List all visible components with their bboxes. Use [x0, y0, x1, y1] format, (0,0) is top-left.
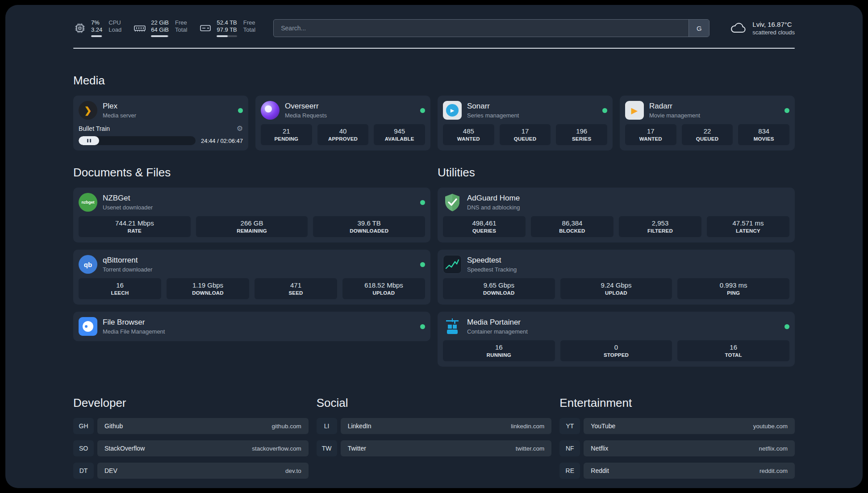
card-info: Sonarr Series management [467, 101, 519, 119]
filebrowser-icon [79, 317, 97, 336]
stat-value: 16 [80, 281, 159, 289]
weather-widget[interactable]: Lviv, 16.87°C scattered clouds [729, 21, 795, 36]
disk-total-value: 97.9 TB [217, 26, 237, 33]
app-card-speedtest[interactable]: Speedtest Speedtest Tracking 9.65 Gbps D… [438, 250, 795, 305]
ram-progress-bar [151, 35, 169, 37]
weather-location: Lviv, 16.87°C [752, 21, 795, 28]
app-card-radarr[interactable]: ▶ Radarr Movie management 17 WANTED 22 Q… [620, 96, 795, 150]
header-divider [73, 48, 795, 49]
stat-value: 498,461 [445, 219, 524, 227]
search-input[interactable] [274, 20, 689, 37]
bookmark-abbr: TW [317, 440, 337, 456]
app-name: qBittorrent [103, 255, 152, 265]
stats-row: 17 WANTED 22 QUEUED 834 MOVIES [625, 124, 789, 145]
radarr-icon: ▶ [625, 101, 644, 120]
settings-icon[interactable]: ⚙ [237, 124, 243, 133]
cloud-icon [729, 21, 747, 35]
card-info: qBittorrent Torrent downloader [103, 255, 152, 273]
stat-value: 9.65 Gbps [445, 281, 553, 289]
status-dot [420, 262, 425, 267]
app-card-overseerr[interactable]: Overseerr Media Requests 21 PENDING 40 A… [255, 96, 430, 150]
card-header: ▶ Sonarr Series management [443, 101, 607, 120]
stat-tile: 744.21 Mbps RATE [79, 216, 191, 237]
status-dot [420, 200, 425, 205]
status-dot [785, 324, 789, 329]
card-info: Speedtest Speedtest Tracking [467, 255, 517, 273]
ram-label-bottom: Total [175, 26, 187, 33]
stat-label: BLOCKED [533, 228, 612, 234]
bookmark-twitter[interactable]: TW Twitter twitter.com [317, 440, 552, 456]
stat-value: 0.993 ms [679, 281, 788, 289]
ram-readout: 22 GiB Free 64 GiB Total [151, 19, 187, 37]
stat-tile: 21 PENDING [261, 124, 312, 145]
stat-value: 266 GB [198, 219, 306, 227]
app-card-qbittorrent[interactable]: qb qBittorrent Torrent downloader 16 LEE… [73, 250, 430, 305]
card-header: File Browser Media File Management [79, 317, 425, 336]
media-grid: ❯ Plex Media server Bullet Train ⚙ [73, 96, 795, 150]
stat-value: 47.571 ms [709, 219, 788, 227]
app-name: Speedtest [467, 255, 517, 265]
bookmark-dev[interactable]: DT DEV dev.to [73, 463, 309, 479]
stat-label: WANTED [627, 136, 675, 142]
dashboard-panel: 7% CPU 3.24 Load 22 GiB Free 6 [5, 5, 863, 488]
disk-free-value: 52.4 TB [217, 19, 237, 26]
app-card-plex[interactable]: ❯ Plex Media server Bullet Train ⚙ [73, 96, 248, 150]
card-header: Overseerr Media Requests [261, 101, 425, 120]
card-header: Speedtest Speedtest Tracking [443, 255, 789, 274]
stat-tile: 0 STOPPED [560, 340, 672, 361]
playback-track[interactable] [79, 136, 196, 145]
bookmark-url: github.com [272, 423, 301, 430]
stat-value: 834 [740, 127, 788, 135]
bookmark-reddit[interactable]: RE Reddit reddit.com [559, 463, 795, 479]
app-name: File Browser [103, 318, 165, 327]
app-name: Sonarr [467, 101, 519, 111]
card-info: File Browser Media File Management [103, 318, 165, 335]
bookmark-url: netflix.com [759, 445, 788, 452]
stat-label: DOWNLOAD [168, 290, 247, 296]
app-description: Movie management [649, 112, 700, 119]
bookmark-netflix[interactable]: NF Netflix netflix.com [559, 440, 795, 456]
card-info: Overseerr Media Requests [285, 101, 327, 119]
stat-value: 17 [627, 127, 675, 135]
app-card-nzbget[interactable]: nzbget NZBGet Usenet downloader 744.21 M… [73, 188, 430, 242]
pause-button[interactable] [79, 136, 99, 145]
stat-tile: 17 QUEUED [500, 124, 551, 145]
bookmark-name: Github [104, 422, 123, 430]
bookmark-youtube[interactable]: YT YouTube youtube.com [559, 418, 795, 434]
stat-tile: 0.993 ms PING [677, 278, 789, 299]
stat-tile: 1.19 Gbps DOWNLOAD [167, 278, 249, 299]
app-card-adguard[interactable]: AdGuard Home DNS and adblocking 498,461 … [438, 188, 795, 242]
bookmark-github[interactable]: GH Github github.com [73, 418, 309, 434]
stat-tile: 39.6 TB DOWNLOADED [313, 216, 425, 237]
bookmark-abbr: NF [559, 440, 580, 456]
app-description: Speedtest Tracking [467, 266, 517, 273]
app-card-filebrowser[interactable]: File Browser Media File Management [73, 312, 430, 341]
stats-row: 498,461 QUERIES 86,384 BLOCKED 2,953 FIL… [443, 216, 789, 237]
app-description: Torrent downloader [103, 266, 152, 273]
bookmark-linkedin[interactable]: LI LinkedIn linkedin.com [317, 418, 552, 434]
bookmark-stackoverflow[interactable]: SO StackOverflow stackoverflow.com [73, 440, 309, 456]
cpu-monitor: 7% CPU 3.24 Load [73, 19, 121, 37]
stat-tile: 86,384 BLOCKED [531, 216, 613, 237]
card-info: Plex Media server [103, 101, 136, 119]
disk-readout: 52.4 TB Free 97.9 TB Total [217, 19, 255, 37]
search-provider-button[interactable]: G [689, 20, 709, 37]
stat-tile: 196 SERIES [556, 124, 607, 145]
ram-monitor: 22 GiB Free 64 GiB Total [133, 19, 187, 37]
stat-tile: 498,461 QUERIES [443, 216, 526, 237]
stat-value: 1.19 Gbps [168, 281, 247, 289]
stat-label: MOVIES [740, 136, 788, 142]
top-bar: 7% CPU 3.24 Load 22 GiB Free 6 [73, 16, 795, 41]
stat-label: LATENCY [709, 228, 788, 234]
bookmark-name: Reddit [591, 467, 609, 474]
cpu-load-value: 3.24 [91, 26, 102, 33]
middle-columns: Documents & Files nzbget NZBGet Usenet d… [73, 166, 795, 367]
stat-tile: 22 QUEUED [682, 124, 733, 145]
ram-total-value: 64 GiB [151, 26, 169, 33]
app-card-portainer[interactable]: Media Portainer Container management 16 … [438, 312, 795, 367]
stat-tile: 47.571 ms LATENCY [707, 216, 789, 237]
stat-value: 16 [679, 343, 788, 351]
stat-label: PENDING [263, 136, 310, 142]
status-dot [602, 108, 607, 113]
app-card-sonarr[interactable]: ▶ Sonarr Series management 485 WANTED 17… [438, 96, 613, 150]
